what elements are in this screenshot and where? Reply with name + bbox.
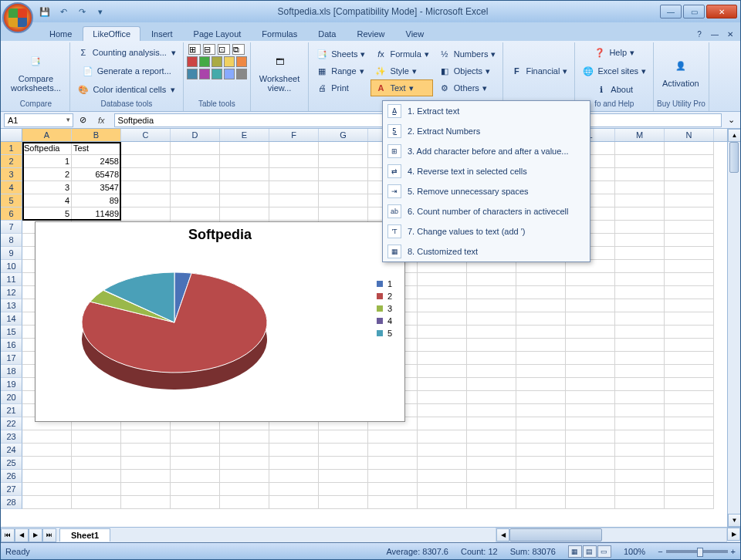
menu-customized-text[interactable]: ▦8. Customized text bbox=[383, 241, 590, 261]
office-button[interactable] bbox=[2, 2, 33, 33]
group-label-compare: Compare bbox=[5, 98, 66, 110]
about-button[interactable]: ℹAbout bbox=[591, 81, 637, 98]
activation-button[interactable]: 👤 Activation bbox=[657, 52, 705, 90]
tab-pagelayout[interactable]: Page Layout bbox=[184, 26, 252, 41]
ribbon-inner-close-icon[interactable]: ✕ bbox=[725, 30, 736, 41]
print-button[interactable]: 🖨Print bbox=[312, 79, 369, 96]
print-icon: 🖨 bbox=[316, 82, 328, 94]
vscroll-thumb[interactable] bbox=[729, 142, 739, 173]
status-sum: Sum: 83076 bbox=[510, 547, 556, 556]
numbers-icon: ½ bbox=[438, 48, 451, 60]
table-tool-4-icon[interactable]: ⧉ bbox=[232, 44, 245, 55]
zoom-out-button[interactable]: − bbox=[658, 547, 662, 556]
qat-undo-icon[interactable]: ↶ bbox=[56, 5, 70, 19]
hscroll-thumb[interactable] bbox=[509, 528, 602, 541]
custom-icon: ▦ bbox=[387, 245, 401, 258]
qat-more-icon[interactable]: ▾ bbox=[93, 5, 107, 19]
view-pagebreak-icon[interactable]: ▭ bbox=[597, 545, 611, 558]
style-button[interactable]: ✨Style ▾ bbox=[370, 62, 432, 79]
extract-text-icon: A̲ bbox=[387, 104, 401, 118]
sheet-nav-last-icon[interactable]: ⏭ bbox=[42, 528, 56, 542]
menu-remove-spaces[interactable]: ⇥5. Remove unnecessary spaces bbox=[383, 181, 590, 201]
sheets-icon: 📑 bbox=[316, 48, 328, 60]
menu-reverse-text[interactable]: ⇄4. Reverse text in selected cells bbox=[383, 161, 590, 181]
group-label-dbtools: Database tools bbox=[73, 98, 180, 110]
color-swatches[interactable] bbox=[187, 56, 247, 79]
embedded-chart[interactable]: Softpedia 12345 bbox=[35, 221, 405, 422]
sheet-nav-next-icon[interactable]: ▶ bbox=[29, 528, 42, 542]
name-box[interactable]: A1 bbox=[4, 113, 73, 127]
close-button[interactable]: ✕ bbox=[706, 5, 737, 19]
formula-icon: fx bbox=[374, 48, 387, 60]
counting-analysis-button[interactable]: ΣCounting analysis...▾ bbox=[73, 44, 180, 61]
sheet-tab[interactable]: Sheet1 bbox=[59, 528, 110, 541]
excel-sites-button[interactable]: 🌐Excel sites ▾ bbox=[578, 62, 650, 79]
ribbon-minimize-icon[interactable]: — bbox=[709, 30, 720, 41]
sigma-icon: Σ bbox=[77, 46, 90, 59]
financial-icon: F bbox=[510, 65, 523, 77]
tab-likeoffice[interactable]: LikeOffice bbox=[83, 26, 140, 41]
formula-expand-icon[interactable]: ⌄ bbox=[725, 115, 737, 125]
scroll-up-icon[interactable]: ▲ bbox=[728, 129, 740, 142]
fx-cancel-icon[interactable]: ⊘ bbox=[76, 115, 89, 125]
report-icon: 📄 bbox=[82, 65, 94, 77]
scroll-down-icon[interactable]: ▼ bbox=[728, 514, 740, 527]
financial-button[interactable]: FFinancial ▾ bbox=[506, 62, 571, 79]
ribbon-help-icon[interactable]: ? bbox=[694, 30, 705, 41]
text-icon: A bbox=[374, 82, 387, 94]
menu-values-to-text[interactable]: 'T7. Change values to text (add ') bbox=[383, 221, 590, 241]
zoom-in-button[interactable]: + bbox=[731, 547, 736, 556]
fx-label[interactable]: fx bbox=[92, 116, 111, 125]
extract-numbers-icon: 5̲ bbox=[387, 124, 401, 138]
view-normal-icon[interactable]: ▦ bbox=[568, 545, 582, 558]
objects-button[interactable]: ◧Objects ▾ bbox=[435, 62, 500, 79]
tab-data[interactable]: Data bbox=[308, 26, 346, 41]
scroll-left-icon[interactable]: ◀ bbox=[496, 528, 509, 541]
minimize-button[interactable]: — bbox=[660, 5, 682, 19]
text-button[interactable]: AText ▾ bbox=[370, 79, 432, 96]
maximize-button[interactable]: ▭ bbox=[683, 5, 705, 19]
scroll-right-icon[interactable]: ▶ bbox=[727, 528, 740, 541]
menu-add-character[interactable]: ⊞3. Add character before and after a val… bbox=[383, 141, 590, 161]
sheets-button[interactable]: 📑Sheets ▾ bbox=[312, 46, 369, 62]
vertical-scrollbar[interactable]: ▲ ▼ bbox=[727, 129, 740, 527]
qat-redo-icon[interactable]: ↷ bbox=[75, 5, 89, 19]
table-tool-2-icon[interactable]: ⊟ bbox=[203, 44, 215, 55]
tab-home[interactable]: Home bbox=[39, 26, 82, 41]
compare-icon: 📑 bbox=[23, 49, 48, 74]
others-button[interactable]: ⚙Others ▾ bbox=[435, 79, 500, 96]
activation-icon: 👤 bbox=[668, 54, 693, 79]
sheet-nav-first-icon[interactable]: ⏮ bbox=[1, 528, 15, 542]
compare-worksheets-button[interactable]: 📑 Compare worksheets... bbox=[5, 47, 66, 95]
group-label-activation: Buy Utility Pro bbox=[657, 98, 705, 110]
qat-save-icon[interactable]: 💾 bbox=[38, 5, 52, 19]
count-icon: ab bbox=[387, 204, 401, 218]
generate-report-button[interactable]: 📄Generate a report... bbox=[78, 62, 175, 79]
zoom-percentage[interactable]: 100% bbox=[624, 547, 645, 556]
worksheet-view-button[interactable]: 🗔 Worksheet view... bbox=[254, 47, 305, 95]
table-tool-1-icon[interactable]: ⊞ bbox=[188, 44, 201, 55]
zoom-slider[interactable] bbox=[666, 550, 728, 553]
tab-formulas[interactable]: Formulas bbox=[252, 26, 307, 41]
menu-extract-text[interactable]: A̲1. Extract text bbox=[383, 101, 590, 121]
range-button[interactable]: ▦Range ▾ bbox=[312, 62, 369, 79]
range-icon: ▦ bbox=[316, 65, 328, 77]
sheet-nav-prev-icon[interactable]: ◀ bbox=[15, 528, 29, 542]
menu-extract-numbers[interactable]: 5̲2. Extract Numbers bbox=[383, 121, 590, 141]
numbers-button[interactable]: ½Numbers ▾ bbox=[435, 46, 500, 62]
tab-review[interactable]: Review bbox=[347, 26, 394, 41]
worksheet-view-icon: 🗔 bbox=[267, 49, 292, 74]
column-headers[interactable]: A B C D E F G H I J K L M N bbox=[1, 129, 727, 142]
color-identical-button[interactable]: 🎨Color identical cells▾ bbox=[73, 81, 179, 98]
view-layout-icon[interactable]: ▤ bbox=[583, 545, 597, 558]
menu-count-chars[interactable]: ab6. Count number of characters in activ… bbox=[383, 201, 590, 221]
tab-insert[interactable]: Insert bbox=[141, 26, 183, 41]
chart-title: Softpedia bbox=[36, 222, 404, 248]
table-tool-3-icon[interactable]: ⊡ bbox=[218, 44, 230, 55]
horizontal-scrollbar[interactable]: ◀ ▶ bbox=[110, 528, 740, 542]
tab-view[interactable]: View bbox=[396, 26, 435, 41]
window-title: Softpedia.xls [Compatibility Mode] - Mic… bbox=[107, 6, 658, 17]
formula-button[interactable]: fxFormula ▾ bbox=[370, 46, 432, 62]
help-button[interactable]: ❓Help ▾ bbox=[590, 44, 638, 61]
select-all-corner[interactable] bbox=[1, 129, 22, 141]
